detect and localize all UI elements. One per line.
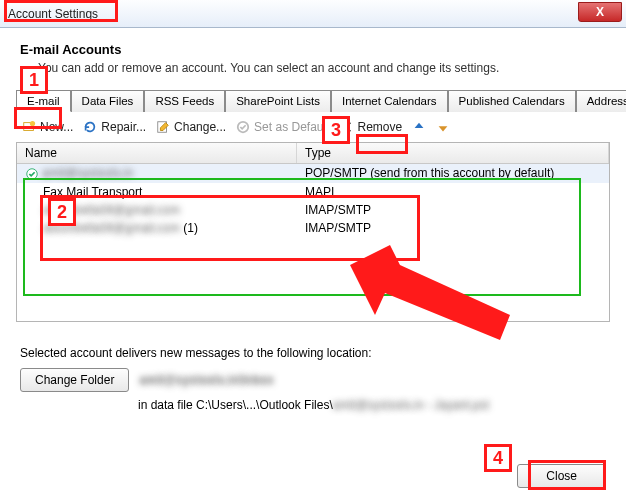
check-circle-icon	[236, 120, 250, 134]
dialog-body: E-mail Accounts You can add or remove an…	[0, 28, 626, 422]
toolbar: New... Repair... Change... Set as Defaul…	[16, 112, 610, 142]
section-title: E-mail Accounts	[20, 42, 610, 57]
arrow-up-icon	[412, 120, 426, 134]
change-folder-button[interactable]: Change Folder	[20, 368, 129, 392]
annotation-marker-4: 4	[484, 444, 512, 472]
account-row[interactable]: alisonbella08@gmail.com (1) IMAP/SMTP	[17, 219, 609, 237]
close-dialog-button[interactable]: Close	[517, 464, 606, 488]
set-default-button[interactable]: Set as Default	[236, 120, 329, 134]
move-down-button[interactable]	[436, 120, 450, 134]
tab-sharepoint-lists[interactable]: SharePoint Lists	[225, 90, 331, 112]
remove-label: Remove	[357, 120, 402, 134]
section-desc: You can add or remove an account. You ca…	[38, 61, 610, 75]
delivery-datafile-prefix: in data file C:\Users\...\Outlook Files\	[138, 398, 333, 412]
delivery-section: Selected account delivers new messages t…	[20, 346, 610, 412]
account-list: Name Type amit@systools.in POP/SMTP (sen…	[16, 142, 610, 322]
change-button[interactable]: Change...	[156, 120, 226, 134]
account-row[interactable]: alisonbella08@gmail.com IMAP/SMTP	[17, 201, 609, 219]
account-name: Fax Mail Transport	[43, 185, 142, 199]
titlebar: Account Settings X	[0, 0, 626, 28]
new-icon	[22, 120, 36, 134]
new-button[interactable]: New...	[22, 120, 73, 134]
delivery-label: Selected account delivers new messages t…	[20, 346, 610, 360]
dialog-buttons: Close	[517, 464, 606, 488]
account-type: IMAP/SMTP	[297, 202, 609, 218]
arrow-down-icon	[436, 120, 450, 134]
col-header-type[interactable]: Type	[297, 143, 609, 163]
annotation-marker-1: 1	[20, 66, 48, 94]
annotation-marker-2: 2	[48, 198, 76, 226]
repair-label: Repair...	[101, 120, 146, 134]
change-label: Change...	[174, 120, 226, 134]
change-icon	[156, 120, 170, 134]
account-row[interactable]: Fax Mail Transport MAPI	[17, 183, 609, 201]
new-label: New...	[40, 120, 73, 134]
tab-published-calendars[interactable]: Published Calendars	[448, 90, 576, 112]
window-title: Account Settings	[8, 7, 98, 21]
account-type: POP/SMTP (send from this account by defa…	[297, 165, 609, 182]
col-header-name[interactable]: Name	[17, 143, 297, 163]
tab-strip: E-mail Data Files RSS Feeds SharePoint L…	[16, 89, 610, 112]
account-name-suffix: (1)	[180, 221, 198, 235]
list-header: Name Type	[17, 143, 609, 164]
account-name: amit@systools.in	[42, 166, 133, 180]
close-button[interactable]: X	[578, 2, 622, 22]
delivery-datafile: amit@systools.in - Jayant.pst	[333, 398, 489, 412]
default-account-icon	[25, 167, 39, 181]
tab-internet-calendars[interactable]: Internet Calendars	[331, 90, 448, 112]
move-up-button[interactable]	[412, 120, 426, 134]
tab-data-files[interactable]: Data Files	[71, 90, 145, 112]
account-row[interactable]: amit@systools.in POP/SMTP (send from thi…	[17, 164, 609, 183]
tab-address-books[interactable]: Address Books	[576, 90, 626, 112]
repair-icon	[83, 120, 97, 134]
annotation-marker-3: 3	[322, 116, 350, 144]
account-type: IMAP/SMTP	[297, 220, 609, 236]
tab-rss-feeds[interactable]: RSS Feeds	[144, 90, 225, 112]
account-type: MAPI	[297, 184, 609, 200]
delivery-path: amit@systools.in\Inbox	[139, 373, 273, 387]
set-default-label: Set as Default	[254, 120, 329, 134]
repair-button[interactable]: Repair...	[83, 120, 146, 134]
svg-point-1	[30, 121, 35, 126]
